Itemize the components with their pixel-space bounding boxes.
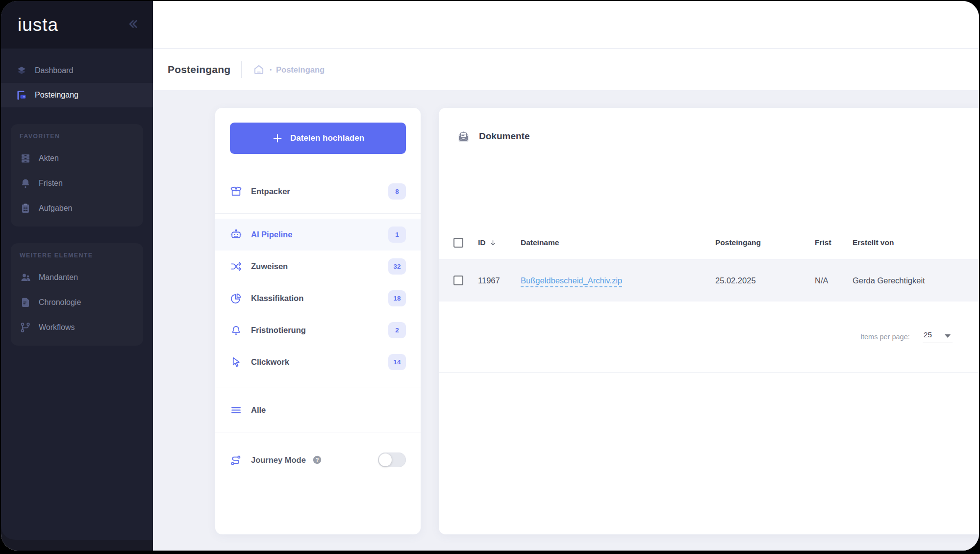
column-header-posteingang[interactable]: Posteingang [715, 238, 815, 247]
home-icon[interactable] [252, 63, 265, 76]
sidebar-item-akten[interactable]: Akten [11, 146, 143, 171]
documents-header: Dokumente [439, 108, 979, 165]
sidebar-section-favoriten: FAVORITEN Akten Fristen [11, 124, 143, 227]
app-logo: iusta [18, 15, 58, 35]
breadcrumb-current: Posteingang [276, 65, 325, 75]
help-icon[interactable]: ? [312, 454, 323, 465]
documents-table: ID Dateiname Posteingang Frist Erstellt … [439, 227, 979, 373]
pipeline-item-ai-pipeline[interactable]: AI Pipeline 1 [215, 219, 421, 251]
column-header-frist[interactable]: Frist [815, 238, 853, 247]
sidebar-item-chronologie[interactable]: Chronologie [11, 290, 143, 315]
sidebar-item-label: Fristen [39, 179, 63, 188]
row-checkbox[interactable] [453, 276, 463, 285]
pipeline-item-zuweisen[interactable]: Zuweisen 32 [215, 251, 421, 282]
items-per-page-value: 25 [924, 330, 932, 339]
sidebar-item-aufgaben[interactable]: Aufgaben [11, 196, 143, 221]
count-badge: 18 [388, 290, 406, 306]
sort-descending-icon [489, 239, 497, 247]
sidebar-item-posteingang[interactable]: Posteingang [1, 83, 153, 107]
sidebar: iusta Dashboard [1, 1, 153, 551]
pie-chart-icon [230, 292, 242, 304]
count-badge: 32 [388, 258, 406, 275]
route-icon [230, 454, 242, 466]
documents-panel: Dokumente ID Dateiname Posteingang Frist… [439, 108, 979, 534]
column-header-id[interactable]: ID [478, 238, 521, 247]
pipeline-item-entpacker[interactable]: Entpacker 8 [215, 176, 421, 207]
upload-files-label: Dateien hochladen [290, 133, 364, 143]
menu-lines-icon [230, 404, 242, 416]
inbox-icon [16, 89, 27, 101]
people-icon [20, 272, 31, 283]
pipeline-item-label: Alle [251, 405, 266, 415]
column-label: ID [478, 238, 486, 247]
upload-files-button[interactable]: Dateien hochladen [230, 123, 406, 154]
count-badge: 1 [388, 227, 406, 243]
pipeline-item-label: Zuweisen [251, 262, 288, 271]
caret-down-icon [945, 334, 951, 338]
cursor-icon [230, 356, 242, 368]
pipeline-item-clickwork[interactable]: Clickwork 14 [215, 346, 421, 378]
top-bar [153, 1, 979, 49]
items-per-page-label: Items per page: [860, 333, 910, 341]
page-header: Posteingang • Posteingang [153, 49, 979, 90]
journey-mode-toggle[interactable] [378, 453, 406, 467]
items-per-page-select[interactable]: 25 [923, 330, 953, 343]
pipeline-item-label: Fristnotierung [251, 326, 306, 335]
pipeline-list: Entpacker 8 AI Pipeline 1 [230, 176, 406, 483]
robot-icon [230, 228, 242, 241]
collapse-sidebar-button[interactable] [126, 18, 140, 32]
list-divider [215, 432, 421, 432]
select-all-checkbox[interactable] [453, 238, 463, 248]
sidebar-item-workflows[interactable]: Workflows [11, 315, 143, 340]
count-badge: 14 [388, 354, 406, 370]
sidebar-item-label: Dashboard [35, 66, 73, 75]
sidebar-panel: iusta Dashboard [1, 1, 153, 540]
sidebar-item-dashboard[interactable]: Dashboard [1, 58, 153, 83]
cell-erstellt-von: Gerda Gerechtigkeit [853, 276, 977, 285]
drawers-icon [20, 152, 31, 164]
document-icon [20, 297, 31, 308]
svg-text:?: ? [315, 457, 319, 463]
column-header-dateiname[interactable]: Dateiname [521, 238, 715, 247]
plus-icon [272, 132, 283, 144]
sidebar-item-label: Aufgaben [39, 204, 73, 213]
pagination-bar: Items per page: 25 [439, 302, 979, 373]
sidebar-nav: Dashboard Posteingang [1, 49, 153, 107]
workflow-icon [20, 322, 31, 333]
pipeline-item-alle[interactable]: Alle [215, 394, 421, 426]
journey-mode-row: Journey Mode ? [215, 436, 421, 483]
sidebar-item-fristen[interactable]: Fristen [11, 171, 143, 196]
breadcrumb-separator: • [270, 67, 272, 73]
dashboard-icon [16, 65, 27, 76]
cell-frist: N/A [815, 276, 853, 285]
file-link[interactable]: Bußgeldbescheid_Archiv.zip [521, 276, 622, 287]
toggle-knob [379, 453, 392, 466]
sidebar-item-label: Chronologie [39, 298, 81, 307]
sidebar-item-label: Posteingang [35, 91, 78, 100]
bell-icon [20, 177, 31, 189]
pipeline-item-fristnotierung[interactable]: Fristnotierung 2 [215, 314, 421, 346]
sidebar-section-weitere: WEITERE ELEMENTE Mandanten Chronologie [11, 243, 143, 346]
sidebar-item-label: Workflows [39, 323, 75, 332]
cell-id: 11967 [478, 276, 521, 285]
sidebar-item-label: Mandanten [39, 273, 78, 282]
pipeline-item-label: Klassifikation [251, 294, 303, 303]
open-envelope-icon [456, 129, 471, 144]
page-title: Posteingang [168, 64, 230, 76]
bell-outline-icon [230, 324, 242, 336]
column-header-erstellt-von[interactable]: Erstellt von [853, 238, 977, 247]
pipeline-item-klassifikation[interactable]: Klassifikation 18 [215, 282, 421, 314]
sidebar-item-label: Akten [39, 154, 59, 163]
section-heading: WEITERE ELEMENTE [11, 247, 143, 265]
count-badge: 2 [388, 322, 406, 338]
count-badge: 8 [388, 183, 406, 200]
journey-mode-label: Journey Mode [251, 455, 306, 465]
table-row[interactable]: 11967 Bußgeldbescheid_Archiv.zip 25.02.2… [439, 259, 979, 302]
sidebar-item-mandanten[interactable]: Mandanten [11, 265, 143, 290]
breadcrumb: • Posteingang [252, 63, 325, 76]
main-area: Posteingang • Posteingang Dateien hochla… [153, 1, 979, 551]
app-window: iusta Dashboard [1, 1, 979, 551]
list-divider [215, 213, 421, 214]
pipeline-item-label: AI Pipeline [251, 230, 292, 239]
cell-posteingang: 25.02.2025 [715, 276, 815, 285]
